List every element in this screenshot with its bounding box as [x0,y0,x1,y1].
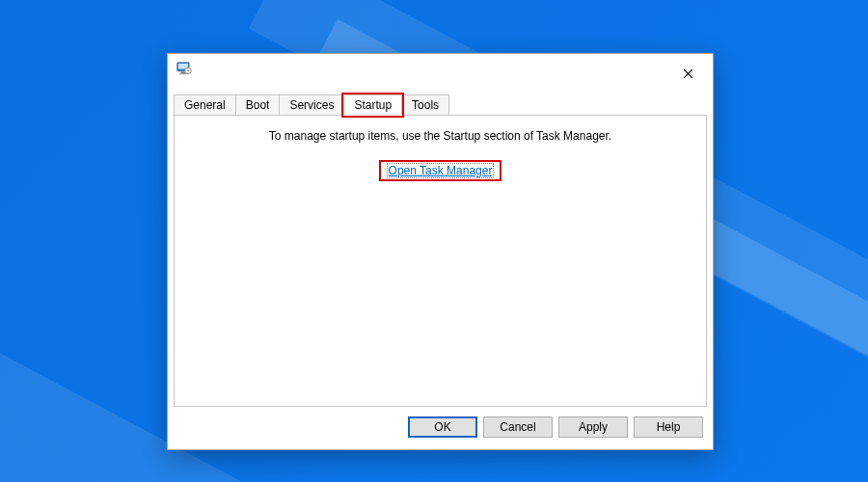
tab-general[interactable]: General [174,94,236,116]
startup-panel: To manage startup items, use the Startup… [174,116,707,407]
startup-instruction: To manage startup items, use the Startup… [175,129,706,143]
ok-button[interactable]: OK [408,416,477,438]
desktop-background: General Boot Services Startup Tools To m… [0,0,868,482]
titlebar [168,54,713,94]
svg-rect-3 [179,73,187,74]
dialog-button-row: OK Cancel Apply Help [168,407,713,449]
tab-startup[interactable]: Startup [343,94,402,116]
close-button[interactable] [668,60,707,87]
app-icon [176,60,193,77]
tab-boot[interactable]: Boot [235,94,281,116]
apply-button[interactable]: Apply [558,416,628,438]
tab-tools[interactable]: Tools [401,94,449,116]
msconfig-window: General Boot Services Startup Tools To m… [167,53,714,450]
help-button[interactable]: Help [634,416,703,438]
svg-rect-2 [181,71,186,73]
cancel-button[interactable]: Cancel [483,416,553,438]
svg-point-5 [187,70,188,71]
open-task-manager-link[interactable]: Open Task Manager [387,163,495,178]
tab-strip: General Boot Services Startup Tools [168,94,713,116]
tab-services[interactable]: Services [279,94,344,116]
open-task-manager-highlight: Open Task Manager [379,160,502,181]
